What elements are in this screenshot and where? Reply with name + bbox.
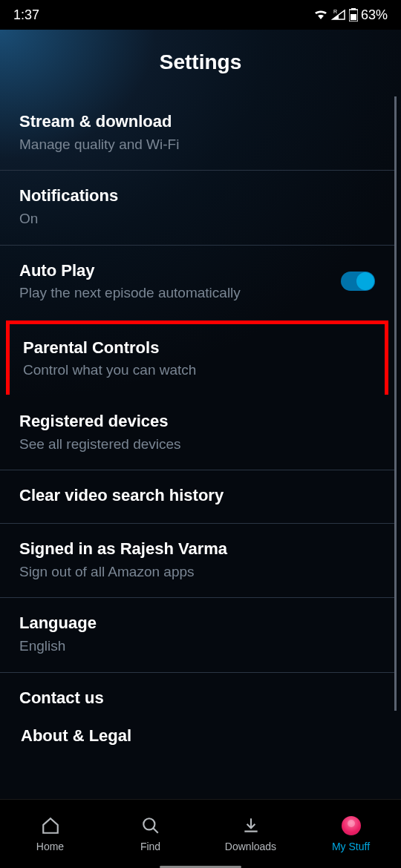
download-icon <box>241 815 261 836</box>
item-sub: Sign out of all Amazon apps <box>19 563 375 582</box>
item-title: About & Legal <box>21 726 382 747</box>
nav-label: My Stuff <box>332 841 370 852</box>
svg-point-4 <box>143 818 154 829</box>
item-title: Notifications <box>19 185 375 207</box>
item-title: Parental Controls <box>23 338 371 359</box>
signal-icon: R <box>331 9 346 21</box>
item-title: Clear video search history <box>19 485 375 507</box>
settings-item-parental-controls[interactable]: Parental Controls Control what you can w… <box>6 320 388 395</box>
item-title: Auto Play <box>19 260 341 282</box>
item-sub: On <box>19 210 375 228</box>
settings-item-signed-in[interactable]: Signed in as Rajesh Varma Sign out of al… <box>0 524 394 598</box>
settings-item-notifications[interactable]: Notifications On <box>0 171 394 245</box>
status-time: 1:37 <box>13 7 39 23</box>
nav-label: Home <box>36 841 64 852</box>
status-indicators: R 63% <box>313 7 388 23</box>
item-title: Signed in as Rajesh Varma <box>19 539 375 560</box>
battery-icon <box>349 8 358 22</box>
settings-item-registered-devices[interactable]: Registered devices See all registered de… <box>0 396 394 470</box>
item-sub: See all registered devices <box>19 435 375 454</box>
item-title: Stream & download <box>19 111 375 133</box>
item-sub: Manage quality and Wi-Fi <box>19 136 375 154</box>
item-sub: English <box>19 637 375 656</box>
svg-rect-3 <box>351 14 356 20</box>
svg-text:R: R <box>333 9 337 14</box>
battery-percent: 63% <box>361 7 388 23</box>
avatar-icon <box>341 815 362 836</box>
settings-item-clear-history[interactable]: Clear video search history <box>0 470 394 524</box>
nav-item-home[interactable]: Home <box>0 800 100 868</box>
status-bar: 1:37 R 63% <box>0 0 401 30</box>
item-title: Registered devices <box>19 411 375 433</box>
page-title: Settings <box>0 30 401 96</box>
settings-list: Stream & download Manage quality and Wi-… <box>0 96 397 711</box>
settings-item-language[interactable]: Language English <box>0 598 394 672</box>
search-icon <box>140 815 161 836</box>
home-icon <box>40 815 61 836</box>
svg-line-5 <box>153 828 158 833</box>
bottom-nav: Home Find Downloads My Stuff <box>0 799 401 868</box>
item-title: Contact us <box>19 688 375 709</box>
settings-screen: Settings Stream & download Manage qualit… <box>0 30 401 799</box>
settings-item-about-legal[interactable]: About & Legal <box>0 711 401 763</box>
item-title: Language <box>19 613 375 634</box>
nav-item-my-stuff[interactable]: My Stuff <box>301 800 401 868</box>
nav-item-downloads[interactable]: Downloads <box>200 800 301 868</box>
nav-item-find[interactable]: Find <box>100 800 200 868</box>
wifi-icon <box>313 9 328 21</box>
nav-label: Find <box>140 841 160 852</box>
nav-label: Downloads <box>225 841 276 852</box>
settings-item-stream-download[interactable]: Stream & download Manage quality and Wi-… <box>0 96 394 171</box>
toggle-knob <box>356 272 374 290</box>
settings-item-auto-play[interactable]: Auto Play Play the next episode automati… <box>0 246 394 319</box>
auto-play-toggle[interactable] <box>341 272 375 291</box>
item-sub: Control what you can watch <box>23 361 371 380</box>
item-sub: Play the next episode automatically <box>19 284 341 303</box>
